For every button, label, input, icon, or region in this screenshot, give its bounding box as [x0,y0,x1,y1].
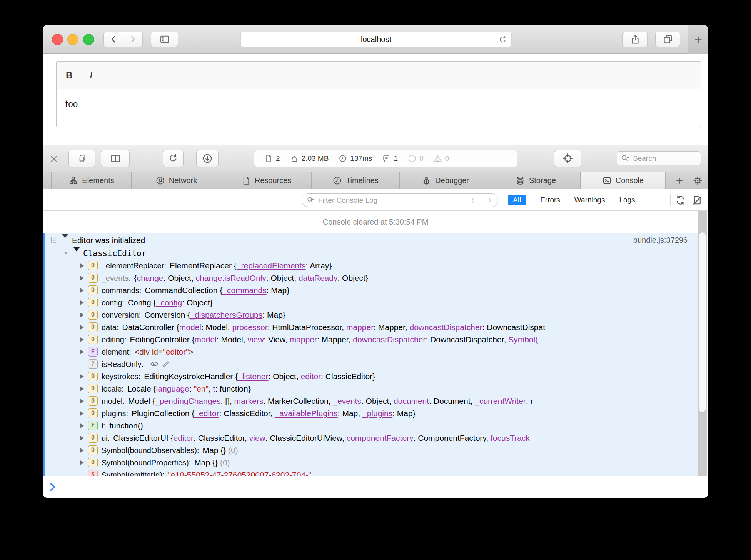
resource-size[interactable]: 2.03 MB [290,154,329,163]
element-picker-button[interactable] [554,150,581,167]
type-badge-icon: S [88,470,98,476]
document-count[interactable]: 2 [264,154,280,163]
scope-warnings[interactable]: Warnings [574,196,605,204]
expand-triangle[interactable] [80,460,84,465]
tab-console[interactable]: Console [581,172,666,189]
sidebar-toggle-button[interactable] [151,32,178,47]
close-window-button[interactable] [52,34,63,45]
new-tab-plus-button[interactable] [675,176,684,185]
tab-resources[interactable]: Resources [221,172,312,189]
expand-triangle[interactable] [80,263,84,268]
filter-console-field[interactable] [302,193,498,207]
collapse-triangle[interactable] [73,252,80,258]
expand-triangle[interactable] [80,448,84,453]
tab-debugger[interactable]: Debugger [400,172,491,189]
error-count[interactable]: 0 [408,154,424,163]
page-reload-button[interactable] [498,35,507,45]
dock-side-button[interactable] [101,150,130,167]
find-previous-button[interactable] [464,194,481,207]
scope-all[interactable]: All [508,195,526,205]
new-tab-button[interactable] [688,25,708,54]
object-property-row[interactable]: OSymbol(boundObservables):Map {} (0) [45,444,698,457]
object-property-row[interactable]: Ocommands:CommandCollection {_commands: … [45,284,698,297]
scrollbar-thumb[interactable] [699,232,706,413]
source-location-link[interactable]: bundle.js:37296 [633,233,688,247]
object-property-row[interactable]: ft:function() [45,420,698,432]
log-header[interactable]: Editor was initialized bundle.js:37296 [45,233,698,247]
object-property-row[interactable]: Oconversion:Conversion {_dispatchersGrou… [45,309,698,321]
download-button[interactable] [196,150,219,167]
clear-console-button[interactable] [692,195,703,206]
rich-text-editor: B I foo [56,61,701,127]
inspector-search-field[interactable] [617,151,701,165]
show-tabs-button[interactable] [655,32,680,47]
property-name: conversion: [102,311,141,319]
object-property-row[interactable]: Okeystrokes:EditingKeystrokeHandler {_li… [45,370,698,383]
expand-triangle[interactable] [80,312,84,318]
console-scrollbar[interactable] [698,211,707,476]
tab-timelines[interactable]: Timelines [312,172,400,189]
expand-triangle[interactable] [80,423,84,428]
object-property-row[interactable]: ?isReadOnly: [45,358,698,370]
expand-triangle[interactable] [80,337,84,342]
back-button[interactable] [103,32,123,47]
console-prompt-row[interactable] [43,476,708,498]
minimize-window-button[interactable] [67,34,78,45]
expand-triangle[interactable] [80,288,84,293]
object-property-row[interactable]: Odata:DataController {model: Model, proc… [45,321,698,333]
italic-button[interactable]: I [89,70,93,81]
object-property-row[interactable]: Omodel:Model {_pendingChanges: [], marke… [45,395,698,407]
find-next-button[interactable] [481,194,498,207]
object-property-row[interactable]: O_events:{change: Object, change:isReadO… [45,272,698,284]
property-name: locale: [102,385,124,393]
type-badge-icon: O [88,310,98,320]
tab-network[interactable]: Network [132,172,221,189]
object-property-row[interactable]: OSymbol(boundProperties):Map {} (0) [45,457,698,469]
scope-logs[interactable]: Logs [619,196,635,204]
share-button[interactable] [622,32,648,47]
scope-errors[interactable]: Errors [540,196,560,204]
type-badge-icon: f [88,421,98,430]
load-time[interactable]: 137ms [339,154,372,163]
filter-console-input[interactable] [317,196,429,205]
object-property-row[interactable]: Oconfig:Config {_config: Object} [45,297,698,309]
object-property-row[interactable]: O_elementReplacer:ElementReplacer {_repl… [45,260,698,272]
expand-triangle[interactable] [80,374,84,379]
object-property-row[interactable]: Olocale:Locale {language: "en", t: funct… [45,383,698,395]
console-log-entry[interactable]: Editor was initialized bundle.js:37296 •… [43,233,698,476]
tab-storage[interactable]: Storage [491,172,581,189]
expand-triangle[interactable] [80,275,84,281]
garbage-collect-button[interactable] [675,195,686,206]
zoom-window-button[interactable] [83,34,94,45]
detach-inspector-button[interactable] [68,150,95,167]
object-root-row[interactable]: • ClassicEditor [45,247,698,260]
tab-elements[interactable]: Elements [51,172,132,189]
expand-triangle[interactable] [80,386,84,392]
console-message-count[interactable]: 1 [382,154,398,163]
garbage-collect-icon [675,195,686,206]
editor-content[interactable]: foo [56,89,701,127]
object-property-row[interactable]: SSymbol(emitterId):"e10-55052-47-2760520… [45,469,698,476]
split-view-icon [110,153,121,164]
expand-triangle[interactable] [80,435,84,441]
close-inspector-button[interactable] [49,154,58,163]
search-input[interactable] [632,154,690,163]
gear-icon[interactable] [693,175,703,186]
bold-button[interactable]: B [66,70,72,81]
expand-triangle[interactable] [80,411,84,416]
forward-button[interactable] [123,32,143,47]
expand-triangle[interactable] [80,325,84,330]
address-bar[interactable]: localhost [240,32,512,47]
expand-triangle[interactable] [80,398,84,404]
property-value: "e10-55052-47-2760520007-6202-704-" [168,470,311,476]
object-property-row[interactable]: Oui:ClassicEditorUI {editor: ClassicEdit… [45,432,698,444]
expand-triangle[interactable] [80,349,84,355]
object-property-row[interactable]: Oplugins:PluginCollection {_editor: Clas… [45,407,698,420]
object-property-row[interactable]: Eelement:<div id="editor"> [45,346,698,358]
collapse-triangle[interactable] [62,238,68,245]
object-property-row[interactable]: Oediting:EditingController {model: Model… [45,333,698,346]
warning-count[interactable]: 0 [434,154,449,163]
reload-page-button[interactable] [163,150,184,167]
expand-triangle[interactable] [80,300,84,305]
property-name: ui: [102,434,110,442]
